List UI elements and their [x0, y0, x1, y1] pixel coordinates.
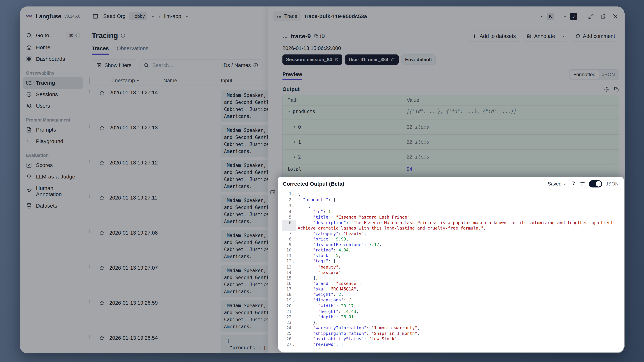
editor-line[interactable]: 3⌄ {	[282, 203, 619, 209]
editor-line[interactable]: 16 "brand": "Essence",	[282, 281, 619, 286]
editor-line[interactable]: 9 "discountPercentage": 7.17,	[282, 242, 619, 248]
sidebar-item-sessions[interactable]: Sessions	[23, 88, 83, 100]
row-checkbox[interactable]	[90, 124, 90, 128]
output-row-1[interactable]: 122 items	[283, 135, 619, 150]
search-input[interactable]: Search... IDs / Names	[140, 60, 262, 71]
editor-line[interactable]: 25 "shippingInformation": "Ships in 1 mo…	[282, 331, 619, 336]
sidebar-item-llm-as-a-judge[interactable]: LLM-as-a-Judge	[23, 171, 83, 182]
trace-badge[interactable]: Session: session_84	[282, 54, 342, 65]
editor-gutter[interactable]: 28⌄	[282, 348, 296, 349]
file-plus-icon[interactable]	[571, 181, 576, 186]
editor-line[interactable]: 6 "description": "The Essence Mascara La…	[282, 220, 619, 231]
editor-line[interactable]: 24 "warrantyInformation": "1 month warra…	[282, 325, 619, 331]
editor-gutter[interactable]: 2⌄	[282, 197, 296, 203]
row-checkbox[interactable]	[90, 300, 90, 304]
star-icon[interactable]	[99, 300, 105, 306]
sidebar-item-users[interactable]: Users	[23, 100, 83, 112]
org-chevron-down-icon[interactable]	[150, 14, 155, 19]
project-name[interactable]: llm-app	[164, 13, 181, 19]
tab-preview[interactable]: Preview	[282, 71, 302, 80]
fold-chevron-icon[interactable]: ⌄	[292, 203, 295, 209]
nav-next-button[interactable]: J	[560, 11, 580, 22]
open-in-new-button[interactable]	[599, 12, 608, 21]
editor-line[interactable]: 1⌄{	[282, 191, 619, 197]
star-icon[interactable]	[99, 90, 105, 96]
sidebar-item-dashboards[interactable]: Dashboards	[23, 53, 83, 65]
row-checkbox[interactable]	[90, 194, 90, 198]
fold-chevron-icon[interactable]: ⌄	[292, 348, 295, 349]
editor-line[interactable]: 11 "stock": 5,	[282, 253, 619, 258]
sidebar-item-scores[interactable]: Scores	[23, 160, 83, 171]
row-checkbox[interactable]	[90, 335, 90, 338]
editor-line[interactable]: 5 "title": "Essence Mascara Lash Prince"…	[282, 214, 619, 220]
editor-line[interactable]: 4 "id": 1,	[282, 209, 619, 214]
editor-line[interactable]: 21 "height": 14.43,	[282, 309, 619, 314]
trace-table-row[interactable]: 2026-01-13 19:27:07 "Madam Speaker, Mada…	[86, 261, 268, 296]
collapse-sidebar-button[interactable]	[91, 12, 100, 21]
open-tree-panel-button[interactable]	[270, 31, 276, 353]
editor-gutter[interactable]: 19⌄	[282, 297, 296, 304]
add-comment-button[interactable]: Add comment	[571, 30, 619, 42]
trace-table-row[interactable]: 2026-01-13 19:27:11 "Madam Speaker, Mada…	[86, 191, 268, 226]
editor-line[interactable]: 10 "rating": 4.94,	[282, 247, 619, 253]
star-icon[interactable]	[99, 125, 105, 131]
editor-line[interactable]: 12⌄ "tags": [	[282, 258, 619, 264]
editor-line[interactable]: 27⌄ "reviews": [	[282, 342, 619, 348]
org-name[interactable]: Seed Org	[103, 13, 126, 19]
editor-line[interactable]: 13 "beauty",	[282, 264, 619, 270]
fold-chevron-icon[interactable]: ⌄	[292, 197, 295, 203]
editor-line[interactable]: 22 "depth": 28.01	[282, 314, 619, 320]
row-checkbox[interactable]	[90, 160, 90, 163]
star-icon[interactable]	[99, 265, 105, 271]
editor-line[interactable]: 28⌄ {	[282, 348, 619, 349]
editor-gutter[interactable]: 1⌄	[282, 191, 296, 197]
format-formatted-option[interactable]: Formatted	[570, 70, 599, 79]
output-row-products[interactable]: products[{"id": ...}, {"id": ...}, {"id"…	[283, 106, 619, 120]
output-path[interactable]: products	[287, 109, 407, 114]
editor-line[interactable]: 8 "price": 9.99,	[282, 236, 619, 242]
fold-chevron-icon[interactable]: ⌄	[292, 258, 295, 264]
info-icon[interactable]	[120, 33, 126, 38]
expand-view-button[interactable]	[586, 12, 596, 21]
trace-badge[interactable]: User ID: user_384	[345, 54, 398, 65]
editor-line[interactable]: 19⌄ "dimensions": {	[282, 297, 619, 304]
editor-line[interactable]: 23 },	[282, 320, 619, 325]
project-chevron-down-icon[interactable]	[184, 14, 189, 19]
annotate-button[interactable]: Annotate	[523, 31, 558, 42]
trace-table-row[interactable]: 2026-01-13 19:27:12 "Madam Speaker, Mada…	[86, 156, 268, 191]
star-icon[interactable]	[99, 195, 105, 201]
output-path[interactable]: 1	[287, 139, 407, 145]
editor-line[interactable]: 2⌄ "products": [	[282, 197, 619, 203]
timestamp-column-header[interactable]: Timestamp	[109, 78, 135, 84]
annotate-dropdown-button[interactable]	[558, 31, 568, 42]
editor-line[interactable]: 14 "mascara"	[282, 270, 619, 275]
copy-icon[interactable]	[614, 87, 619, 92]
editor-gutter[interactable]: 12⌄	[282, 258, 296, 264]
output-row-0[interactable]: 022 items	[283, 120, 619, 135]
fold-chevron-icon[interactable]: ⌄	[292, 342, 295, 348]
sidebar-item-home[interactable]: Home	[23, 42, 83, 53]
select-all-checkbox[interactable]	[90, 77, 90, 84]
unfold-vertical-icon[interactable]	[604, 87, 610, 92]
star-icon[interactable]	[99, 230, 105, 236]
search-mode-select[interactable]: IDs / Names	[222, 62, 258, 68]
tab-traces[interactable]: Traces	[92, 45, 109, 55]
nav-previous-button[interactable]: K	[537, 11, 557, 22]
editor-line[interactable]: 20 "width": 23.17,	[282, 303, 619, 309]
row-checkbox[interactable]	[90, 230, 90, 233]
editor-line[interactable]: 7 "category": "beauty",	[282, 231, 619, 236]
sidebar-item-prompts[interactable]: Prompts	[23, 124, 83, 136]
input-column-header[interactable]: Input	[221, 78, 268, 84]
editor-line[interactable]: 15 ],	[282, 275, 619, 281]
trace-table-row[interactable]: 2026-01-13 19:27:13 "Madam Speaker, Mada…	[86, 121, 268, 156]
trace-table-row[interactable]: 2026-01-13 19:27:08 "Madam Speaker, Mada…	[86, 226, 268, 261]
editor-gutter[interactable]: 3⌄	[282, 203, 296, 209]
editor-gutter[interactable]: 27⌄	[282, 342, 296, 348]
sidebar-item-datasets[interactable]: Datasets	[23, 200, 83, 212]
fold-chevron-icon[interactable]: ⌄	[292, 297, 295, 304]
star-icon[interactable]	[99, 335, 105, 341]
json-editor[interactable]: 1⌄{2⌄ "products": [3⌄ {4 "id": 1,5 "titl…	[282, 190, 619, 349]
editor-line[interactable]: 18 "weight": 2,	[282, 292, 619, 297]
sidebar-item-tracing[interactable]: Tracing	[23, 77, 83, 88]
show-filters-button[interactable]: Show filters	[92, 60, 136, 71]
